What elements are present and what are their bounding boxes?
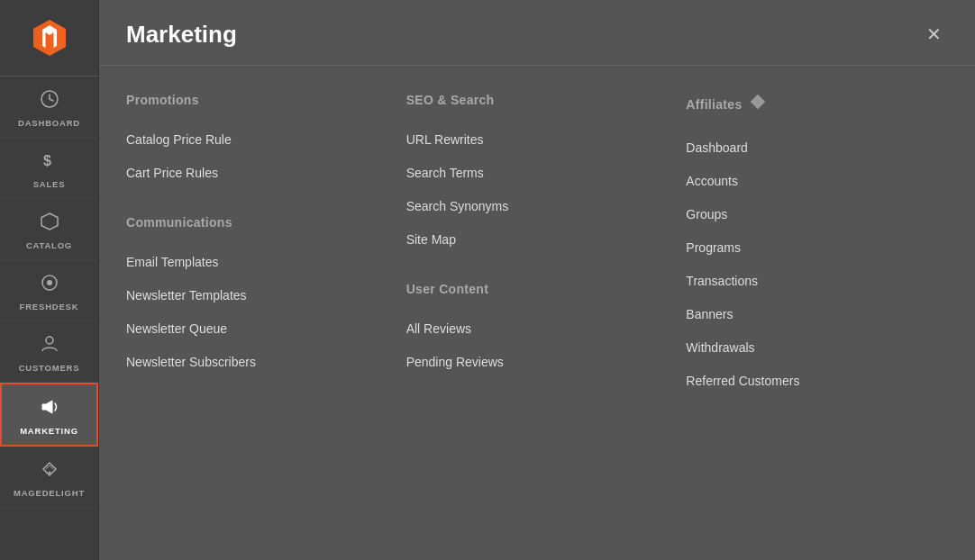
sidebar-item-sales[interactable]: $ SALES <box>0 138 98 199</box>
communications-header: Communications <box>126 215 388 230</box>
svg-marker-2 <box>41 213 58 230</box>
svg-point-5 <box>46 337 53 344</box>
sales-label: SALES <box>33 179 66 189</box>
affiliates-banners-link[interactable]: Banners <box>686 298 948 331</box>
dashboard-icon <box>40 89 59 113</box>
newsletter-queue-link[interactable]: Newsletter Queue <box>126 312 388 346</box>
column-affiliates: Affiliates Dashboard Accounts Groups Pro… <box>686 93 948 542</box>
all-reviews-link[interactable]: All Reviews <box>406 312 669 346</box>
catalog-icon <box>40 212 59 235</box>
pending-reviews-link[interactable]: Pending Reviews <box>406 346 669 379</box>
main-header: Marketing ✕ <box>99 0 975 66</box>
menu-content: Promotions Catalog Price Rule Cart Price… <box>99 66 975 560</box>
affiliates-header: Affiliates <box>686 93 948 115</box>
section-promotions: Promotions Catalog Price Rule Cart Price… <box>126 93 388 190</box>
column-promotions: Promotions Catalog Price Rule Cart Price… <box>126 93 406 542</box>
sidebar: DASHBOARD $ SALES CATALOG FRESHDESK <box>0 0 99 560</box>
catalog-price-rule-link[interactable]: Catalog Price Rule <box>126 123 388 157</box>
affiliates-dashboard-link[interactable]: Dashboard <box>686 131 948 165</box>
affiliates-withdrawals-link[interactable]: Withdrawals <box>686 331 948 365</box>
sales-icon: $ <box>40 150 59 174</box>
marketing-label: MARKETING <box>20 426 78 436</box>
sidebar-item-marketing[interactable]: MARKETING <box>0 383 98 447</box>
promotions-header: Promotions <box>126 93 388 107</box>
email-templates-link[interactable]: Email Templates <box>126 246 388 279</box>
magedelight-icon <box>40 459 59 483</box>
catalog-label: CATALOG <box>26 240 72 250</box>
section-user-content: User Content All Reviews Pending Reviews <box>406 282 669 379</box>
section-seo: SEO & Search URL Rewrites Search Terms S… <box>406 93 669 257</box>
affiliates-accounts-link[interactable]: Accounts <box>686 165 948 198</box>
search-synonyms-link[interactable]: Search Synonyms <box>406 190 669 223</box>
main-panel: Marketing ✕ Promotions Catalog Price Rul… <box>99 0 975 560</box>
logo-container <box>0 0 98 77</box>
affiliates-transactions-link[interactable]: Transactions <box>686 265 948 298</box>
customers-icon <box>40 334 59 357</box>
customers-label: CUSTOMERS <box>19 363 80 373</box>
magento-logo <box>28 16 71 59</box>
sidebar-item-dashboard[interactable]: DASHBOARD <box>0 77 98 138</box>
extension-icon <box>751 93 769 115</box>
magedelight-label: MAGEDELIGHT <box>14 488 85 498</box>
svg-text:$: $ <box>43 153 51 168</box>
search-terms-link[interactable]: Search Terms <box>406 157 669 190</box>
section-affiliates: Affiliates Dashboard Accounts Groups Pro… <box>686 93 948 398</box>
newsletter-subscribers-link[interactable]: Newsletter Subscribers <box>126 346 388 379</box>
seo-header: SEO & Search <box>406 93 669 107</box>
sidebar-item-catalog[interactable]: CATALOG <box>0 199 98 260</box>
sidebar-item-freshdesk[interactable]: FRESHDESK <box>0 260 98 321</box>
sidebar-item-customers[interactable]: CUSTOMERS <box>0 321 98 383</box>
close-button[interactable]: ✕ <box>919 20 948 49</box>
cart-price-rules-link[interactable]: Cart Price Rules <box>126 157 388 190</box>
page-title: Marketing <box>126 21 237 49</box>
site-map-link[interactable]: Site Map <box>406 223 669 257</box>
user-content-header: User Content <box>406 282 669 296</box>
sidebar-item-magedelight[interactable]: MAGEDELIGHT <box>0 447 98 508</box>
freshdesk-label: FRESHDESK <box>20 302 79 312</box>
affiliates-programs-link[interactable]: Programs <box>686 231 948 265</box>
svg-point-4 <box>47 280 52 285</box>
dashboard-label: DASHBOARD <box>18 118 80 128</box>
referred-customers-link[interactable]: Referred Customers <box>686 365 948 398</box>
svg-point-6 <box>48 472 50 474</box>
column-seo: SEO & Search URL Rewrites Search Terms S… <box>406 93 687 542</box>
marketing-icon <box>40 397 59 420</box>
freshdesk-icon <box>40 273 59 296</box>
section-communications: Communications Email Templates Newslette… <box>126 215 388 379</box>
newsletter-templates-link[interactable]: Newsletter Templates <box>126 279 388 312</box>
url-rewrites-link[interactable]: URL Rewrites <box>406 123 669 157</box>
affiliates-groups-link[interactable]: Groups <box>686 198 948 231</box>
